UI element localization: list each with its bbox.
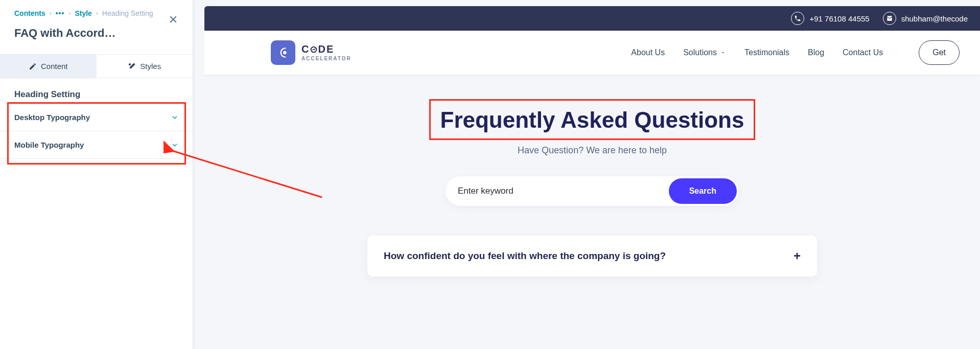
faq-question-text: How confident do you feel with where the…: [384, 250, 666, 262]
pencil-icon: [29, 62, 37, 71]
topbar-phone-text: +91 76108 44555: [809, 14, 869, 23]
phone-icon: [791, 12, 804, 25]
breadcrumb: Contents › ••• › Style › Heading Setting: [14, 9, 178, 17]
site-navbar: CDE ACCELERATOR About Us Solutions Testi…: [204, 31, 980, 75]
close-icon[interactable]: [166, 12, 180, 27]
accordion-mobile-typography[interactable]: Mobile Typography: [0, 131, 193, 159]
brand-text: CDE ACCELERATOR: [301, 44, 352, 61]
plus-icon[interactable]: +: [794, 250, 801, 262]
accordion-desktop-label: Desktop Typography: [14, 113, 90, 122]
breadcrumb-ellipsis[interactable]: •••: [56, 9, 65, 17]
breadcrumb-style[interactable]: Style: [75, 9, 91, 17]
tab-styles-label: Styles: [140, 62, 161, 71]
nav-about[interactable]: About Us: [631, 48, 665, 57]
nav-solutions-label: Solutions: [683, 48, 717, 57]
chevron-right-icon: ›: [50, 10, 52, 17]
nav-links: About Us Solutions Testimonials Blog Con…: [631, 48, 883, 57]
tab-content[interactable]: Content: [0, 55, 97, 78]
faq-subtitle: Have Question? We are here to help: [204, 145, 980, 156]
editor-tabs: Content Styles: [0, 54, 193, 78]
envelope-icon: [883, 12, 896, 25]
brand-o-icon: [310, 45, 318, 55]
chevron-right-icon: ›: [96, 10, 98, 17]
brand-name-pre: C: [301, 43, 310, 55]
faq-search: Search: [446, 176, 739, 206]
section-heading: Heading Setting: [0, 78, 193, 104]
svg-point-2: [283, 51, 287, 55]
brand[interactable]: CDE ACCELERATOR: [271, 40, 352, 65]
tab-styles[interactable]: Styles: [97, 55, 193, 78]
nav-solutions[interactable]: Solutions: [683, 48, 726, 57]
nav-testimonials[interactable]: Testimonials: [744, 48, 789, 57]
search-button[interactable]: Search: [669, 178, 737, 204]
brand-name-post: DE: [318, 43, 334, 55]
cta-get-button[interactable]: Get: [919, 40, 960, 65]
breadcrumb-contents[interactable]: Contents: [14, 9, 45, 17]
brand-tagline: ACCELERATOR: [301, 56, 352, 61]
faq-item[interactable]: How confident do you feel with where the…: [367, 236, 817, 276]
topbar-phone[interactable]: +91 76108 44555: [791, 12, 869, 25]
search-input[interactable]: [458, 179, 669, 203]
nav-blog[interactable]: Blog: [808, 48, 824, 57]
tab-content-label: Content: [41, 62, 68, 71]
accordion-mobile-label: Mobile Typography: [14, 141, 84, 149]
caret-down-icon: [720, 50, 726, 56]
site-topbar: +91 76108 44555 shubham@thecode: [204, 6, 980, 31]
panel-title: FAQ with Accord…: [14, 27, 157, 40]
chevron-right-icon: ›: [68, 10, 71, 17]
accordion-desktop-typography[interactable]: Desktop Typography: [0, 104, 193, 131]
faq-heading: Frequently Asked Questions: [433, 105, 752, 135]
panel-header: Contents › ••• › Style › Heading Setting…: [0, 0, 193, 45]
topbar-email-text: shubham@thecode: [901, 14, 968, 23]
topbar-email[interactable]: shubham@thecode: [883, 12, 968, 25]
editor-panel: Contents › ••• › Style › Heading Setting…: [0, 0, 193, 349]
page-body: Frequently Asked Questions Have Question…: [204, 75, 980, 276]
preview-area: +91 76108 44555 shubham@thecode CDE ACCE…: [204, 6, 980, 349]
nav-contact[interactable]: Contact Us: [843, 48, 883, 57]
chevron-down-icon: [171, 114, 178, 121]
crossed-tools-icon: [128, 62, 136, 71]
brand-logo-icon: [271, 40, 295, 65]
breadcrumb-current: Heading Setting: [102, 9, 153, 17]
chevron-down-icon: [171, 142, 178, 149]
